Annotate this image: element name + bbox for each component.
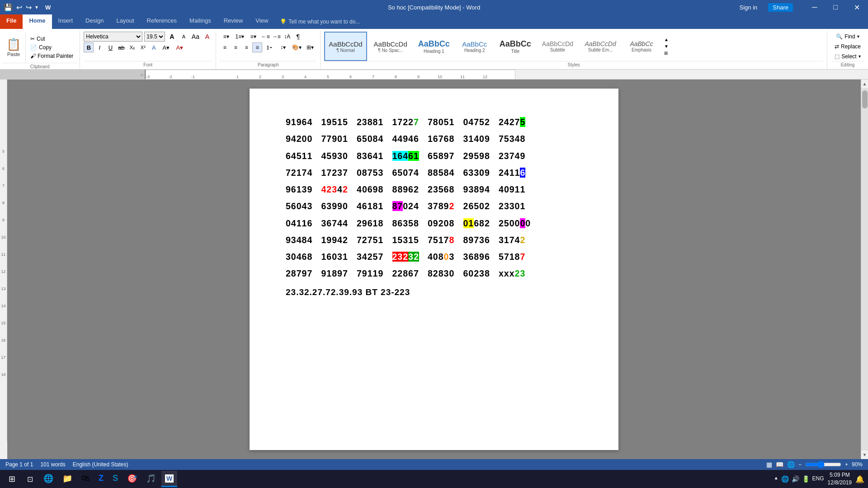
- web-layout-icon[interactable]: 🌐: [787, 461, 795, 468]
- copy-button[interactable]: 📄 Copy: [28, 43, 76, 52]
- format-painter-button[interactable]: 🖌 Format Painter: [28, 52, 76, 60]
- read-mode-icon[interactable]: 📖: [776, 461, 783, 468]
- maximize-button[interactable]: □: [829, 1, 842, 13]
- start-button[interactable]: ⊞: [4, 471, 20, 487]
- clock[interactable]: 5:09 PM 12/8/2019: [828, 471, 852, 487]
- italic-button[interactable]: I: [94, 42, 104, 52]
- close-button[interactable]: ✕: [849, 1, 864, 14]
- edge-button[interactable]: 🌐: [40, 471, 57, 487]
- text-effects-button[interactable]: A: [149, 42, 159, 52]
- task-view-button[interactable]: ⊡: [22, 471, 38, 487]
- tab-references[interactable]: References: [141, 14, 183, 29]
- highlight-button[interactable]: A▾: [160, 42, 172, 52]
- bold-button[interactable]: B: [84, 42, 94, 52]
- line-spacing-button[interactable]: ↕▾: [277, 42, 289, 52]
- find-dropdown[interactable]: ▾: [857, 34, 859, 39]
- show-marks-button[interactable]: ¶: [293, 32, 303, 42]
- minimize-button[interactable]: ─: [807, 1, 821, 13]
- customize-qat-icon[interactable]: ▾: [35, 4, 38, 10]
- scrollbar-up-arrow[interactable]: ▲: [861, 80, 868, 88]
- document-area[interactable]: 91964 19515 23881 17227 78051 04752 2427…: [7, 80, 861, 459]
- tab-review[interactable]: Review: [217, 14, 250, 29]
- underline-button[interactable]: U: [105, 42, 115, 52]
- font-grow-button[interactable]: A: [167, 32, 177, 42]
- style-normal[interactable]: AaBbCcDd ¶ Normal: [324, 32, 367, 61]
- file-explorer-button[interactable]: 📁: [59, 471, 76, 487]
- replace-button[interactable]: ⇄ Replace: [831, 42, 864, 51]
- extra-app-button[interactable]: 🎯: [123, 471, 141, 487]
- zoom-in-button[interactable]: +: [845, 461, 848, 468]
- multilevel-list-button[interactable]: ≡▾: [247, 32, 259, 42]
- tab-layout[interactable]: Layout: [110, 14, 141, 29]
- share-button[interactable]: Share: [768, 3, 793, 12]
- zoom-out-button[interactable]: −: [798, 461, 802, 468]
- scrollbar-thumb[interactable]: [862, 90, 868, 108]
- find-button[interactable]: 🔍 Find ▾: [832, 32, 863, 41]
- store-button[interactable]: 🛍: [78, 471, 93, 487]
- sort-button[interactable]: ↕A: [282, 32, 292, 42]
- bullets-button[interactable]: ≡▾: [220, 32, 232, 42]
- print-layout-icon[interactable]: ▦: [766, 461, 772, 468]
- style-subtitle[interactable]: AaBbCcDd Subtitle: [538, 32, 577, 61]
- zalo-button[interactable]: Z: [95, 471, 107, 487]
- style-emphasis[interactable]: AaBbCc Emphasis: [623, 32, 660, 61]
- align-center-button[interactable]: ≡: [231, 42, 241, 52]
- style-title[interactable]: AaBbCc Title: [495, 32, 535, 61]
- sound-icon[interactable]: 🔊: [792, 475, 799, 483]
- media-player-button[interactable]: 🎵: [142, 471, 160, 487]
- styles-scroll-down[interactable]: ▼: [663, 43, 670, 50]
- scrollbar-track[interactable]: [861, 88, 868, 450]
- tell-me-input[interactable]: 💡 Tell me what you want to do...: [274, 14, 365, 29]
- tab-home[interactable]: Home: [23, 14, 52, 29]
- up-arrow-tray[interactable]: ▲: [774, 475, 778, 483]
- style-heading1[interactable]: AaBbCc Heading 1: [414, 32, 454, 61]
- select-button[interactable]: ⬚ Select ▾: [831, 52, 864, 61]
- tab-design[interactable]: Design: [79, 14, 110, 29]
- clear-format-button[interactable]: A: [202, 32, 212, 42]
- align-left-button[interactable]: ≡: [220, 42, 230, 52]
- vertical-scrollbar[interactable]: ▲ ▼: [861, 80, 868, 459]
- numbering-button[interactable]: 1≡▾: [233, 32, 246, 42]
- styles-scroll-up[interactable]: ▲: [663, 36, 670, 43]
- select-dropdown[interactable]: ▾: [859, 54, 861, 59]
- justify-button[interactable]: ≡: [252, 42, 262, 52]
- style-no-spacing[interactable]: AaBbCcDd ¶ No Spac...: [370, 32, 411, 61]
- font-family-select[interactable]: Helvetica: [84, 32, 142, 42]
- tab-mailings[interactable]: Mailings: [183, 14, 217, 29]
- font-size-select[interactable]: 19.5: [144, 32, 165, 42]
- battery-icon[interactable]: 🔋: [802, 475, 810, 483]
- font-color-button[interactable]: A▾: [173, 42, 186, 52]
- skype-button[interactable]: S: [109, 471, 122, 487]
- network-icon[interactable]: 🌐: [781, 475, 789, 483]
- shading-button[interactable]: 🎨▾: [290, 42, 303, 52]
- style-heading2[interactable]: AaBbCc Heading 2: [457, 32, 493, 61]
- increase-indent-button[interactable]: →≡: [271, 32, 281, 42]
- paste-button[interactable]: 📋 Paste: [2, 32, 26, 63]
- sign-in-button[interactable]: Sign in: [740, 4, 758, 11]
- style-subtle-emphasis[interactable]: AaBbCcDd Subtle Em...: [580, 32, 621, 61]
- save-icon[interactable]: 💾: [4, 3, 13, 12]
- tell-me-text[interactable]: Tell me what you want to do...: [288, 19, 360, 25]
- tab-insert[interactable]: Insert: [52, 14, 80, 29]
- notification-button[interactable]: 🔔: [855, 475, 864, 483]
- word-taskbar-button[interactable]: W: [161, 471, 177, 487]
- cut-button[interactable]: ✂ Cut: [28, 35, 76, 43]
- redo-icon[interactable]: ↪: [26, 3, 32, 12]
- undo-icon[interactable]: ↩: [16, 3, 22, 12]
- decrease-indent-button[interactable]: ←≡: [260, 32, 270, 42]
- tab-file[interactable]: File: [0, 14, 23, 29]
- align-right-button[interactable]: ≡: [241, 42, 251, 52]
- system-tray: ▲ 🌐 🔊 🔋 ENG: [774, 475, 824, 483]
- styles-more[interactable]: ⊞: [663, 50, 670, 56]
- superscript-button[interactable]: X²: [138, 42, 148, 52]
- change-case-button[interactable]: Aa: [190, 32, 200, 42]
- subscript-button[interactable]: X₂: [127, 42, 137, 52]
- font-shrink-button[interactable]: A: [179, 32, 189, 42]
- columns-button[interactable]: ⫿▾: [263, 42, 276, 52]
- scrollbar-down-arrow[interactable]: ▼: [861, 450, 868, 459]
- borders-button[interactable]: ⊞▾: [304, 42, 316, 52]
- language-indicator[interactable]: ENG: [812, 475, 824, 483]
- strikethrough-button[interactable]: ab: [116, 42, 126, 52]
- zoom-slider[interactable]: [805, 461, 841, 468]
- tab-view[interactable]: View: [249, 14, 274, 29]
